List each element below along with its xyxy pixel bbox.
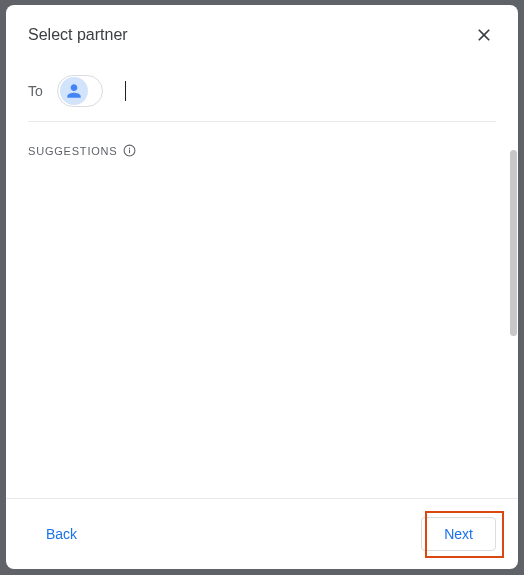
suggestions-list bbox=[6, 167, 518, 498]
suggestions-header: SUGGESTIONS bbox=[6, 122, 518, 167]
back-button[interactable]: Back bbox=[28, 518, 95, 550]
info-icon[interactable] bbox=[123, 144, 136, 157]
to-section: To bbox=[6, 55, 518, 121]
select-partner-dialog: Select partner To SUGGESTIONS Back Next bbox=[6, 5, 518, 569]
person-avatar bbox=[60, 77, 88, 105]
person-icon bbox=[64, 81, 84, 101]
to-label: To bbox=[28, 83, 43, 99]
scrollbar[interactable] bbox=[510, 150, 517, 336]
close-icon bbox=[474, 25, 494, 45]
dialog-title: Select partner bbox=[28, 26, 128, 44]
close-button[interactable] bbox=[472, 23, 496, 47]
dialog-footer: Back Next bbox=[6, 498, 518, 569]
next-button[interactable]: Next bbox=[421, 517, 496, 551]
partner-chip[interactable] bbox=[57, 75, 103, 107]
recipient-input[interactable] bbox=[125, 81, 126, 101]
suggestions-label: SUGGESTIONS bbox=[28, 145, 117, 157]
dialog-header: Select partner bbox=[6, 5, 518, 55]
